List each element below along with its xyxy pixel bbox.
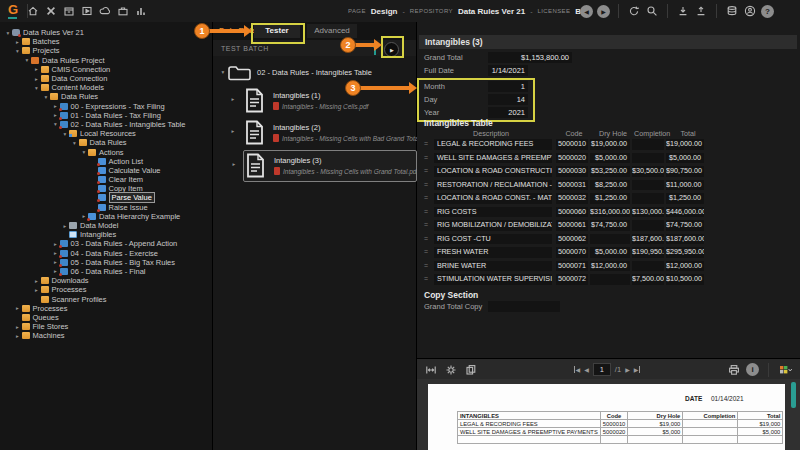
- cell-description[interactable]: BRINE WATER: [434, 261, 552, 272]
- tree-item-batches[interactable]: ▸Batches: [0, 37, 212, 46]
- tree-item-scanner-profiles[interactable]: Scanner Profiles: [0, 294, 212, 303]
- cloud-icon[interactable]: [98, 4, 112, 18]
- tree-item-06-data-rules-final[interactable]: ▸06 - Data Rules - Final: [0, 267, 212, 276]
- cell-code[interactable]: 5000031: [556, 180, 588, 191]
- cell-description[interactable]: FRESH WATER: [434, 247, 552, 258]
- cell-total[interactable]: $446,000.00: [666, 207, 704, 218]
- design-tools-icon[interactable]: [44, 4, 58, 18]
- cell-description[interactable]: RIG COST -CTU: [434, 234, 552, 245]
- row-handle-icon[interactable]: =: [422, 193, 430, 204]
- tree-item-data-rules-project[interactable]: ▾Data Rules Project: [0, 56, 212, 65]
- forward-icon[interactable]: ▶: [597, 5, 610, 18]
- tree-item-parse-value[interactable]: Parse Value: [0, 193, 212, 202]
- row-handle-icon[interactable]: =: [422, 166, 430, 177]
- tree-item-01-data-rules-tax-filing[interactable]: ▸01 - Data Rules - Tax Filing: [0, 111, 212, 120]
- upload-icon[interactable]: [694, 4, 708, 18]
- cell-code[interactable]: 5000060: [556, 207, 588, 218]
- expand-arrow-icon[interactable]: ▾: [219, 69, 227, 75]
- page-number-input[interactable]: 1: [593, 363, 611, 376]
- field-value[interactable]: 1: [488, 81, 528, 92]
- cell-total[interactable]: $12,000.00: [666, 261, 704, 272]
- tree-item-data-rules[interactable]: ▾Data Rules: [0, 92, 212, 101]
- tree-item-machines[interactable]: ▸Machines: [0, 331, 212, 340]
- cell-code[interactable]: 5000010: [556, 139, 588, 150]
- cell-total[interactable]: $187,600.00: [666, 234, 704, 245]
- tree-item-local-resources[interactable]: ▾Local Resources: [0, 129, 212, 138]
- field-value[interactable]: 1/14/2021: [488, 65, 528, 76]
- cell-code[interactable]: 5000071: [556, 261, 588, 272]
- cell-description[interactable]: STIMULATION WATER SUPERVISION: [434, 274, 552, 285]
- tree-item-processes[interactable]: ▸Processes: [0, 285, 212, 294]
- tree-item-05-data-rules-big-tax-rules[interactable]: ▸05 - Data Rules - Big Tax Rules: [0, 258, 212, 267]
- cell-dry-hole[interactable]: $8,250.00: [590, 180, 630, 191]
- expand-arrow-icon[interactable]: ▾: [14, 48, 22, 54]
- user-icon[interactable]: [743, 4, 757, 18]
- tree-item-cmis-connection[interactable]: ▸CMIS Connection: [0, 65, 212, 74]
- expand-arrow-icon[interactable]: ▸: [33, 66, 41, 72]
- cell-code[interactable]: 5000030: [556, 166, 588, 177]
- media-icon[interactable]: [80, 4, 94, 18]
- cell-total[interactable]: $1,250.00: [666, 193, 704, 204]
- info-icon[interactable]: i: [746, 363, 759, 376]
- home-icon[interactable]: [26, 4, 40, 18]
- tree-item-data-rules-ver-21[interactable]: ▾Data Rules Ver 21: [0, 28, 212, 37]
- expand-arrow-icon[interactable]: ▸: [33, 278, 41, 284]
- cell-description[interactable]: RIG MOBILIZATION / DEMOBILIZATION: [434, 220, 552, 231]
- document-page[interactable]: DATE 01/14/2021 INTANGIBLESCodeDry HoleC…: [428, 384, 785, 450]
- briefcase-icon[interactable]: [116, 4, 130, 18]
- row-handle-icon[interactable]: =: [422, 247, 430, 258]
- cell-total[interactable]: $90,750.00: [666, 166, 704, 177]
- cell-description[interactable]: LEGAL & RECORDING FEES: [434, 139, 552, 150]
- tree-item-calculate-value[interactable]: Calculate Value: [0, 166, 212, 175]
- cell-code[interactable]: 5000061: [556, 220, 588, 231]
- cell-completion[interactable]: [632, 193, 664, 204]
- cell-dry-hole[interactable]: $12,000.00: [590, 261, 630, 272]
- cell-completion[interactable]: [632, 153, 664, 164]
- tab-advanced[interactable]: Advanced: [307, 24, 357, 38]
- cell-completion[interactable]: $30,500.00: [632, 166, 664, 177]
- cell-total[interactable]: $295,950.00: [666, 247, 704, 258]
- viewer-scrollbar[interactable]: [791, 382, 796, 408]
- cell-dry-hole[interactable]: $19,000.00: [590, 139, 630, 150]
- cell-code[interactable]: 5000020: [556, 153, 588, 164]
- cell-completion[interactable]: $190,950.00: [632, 247, 664, 258]
- row-handle-icon[interactable]: =: [422, 207, 430, 218]
- tree-item-processes[interactable]: ▸Processes: [0, 304, 212, 313]
- database-icon[interactable]: [725, 4, 739, 18]
- cell-completion[interactable]: [632, 220, 664, 231]
- tree-item-00-expressions-tax-filing[interactable]: ▸00 - Expressions - Tax Filing: [0, 102, 212, 111]
- cell-code[interactable]: 5000072: [556, 274, 588, 285]
- expand-arrow-icon[interactable]: ▾: [71, 140, 79, 146]
- expand-arrow-icon[interactable]: ▾: [4, 30, 12, 36]
- row-handle-icon[interactable]: =: [422, 139, 430, 150]
- cell-total[interactable]: $74,750.00: [666, 220, 704, 231]
- row-handle-icon[interactable]: =: [422, 234, 430, 245]
- row-handle-icon[interactable]: =: [422, 180, 430, 191]
- pages-icon[interactable]: [464, 363, 478, 377]
- expand-arrow-icon[interactable]: ▸: [230, 161, 238, 167]
- row-handle-icon[interactable]: =: [422, 153, 430, 164]
- expand-arrow-icon[interactable]: ▸: [61, 223, 69, 229]
- tree-item-03-data-rules-append-action[interactable]: ▸03 - Data Rules - Append Action: [0, 239, 212, 248]
- field-value[interactable]: 2021: [488, 107, 528, 118]
- expand-arrow-icon[interactable]: ▾: [42, 94, 50, 100]
- copy-field-value[interactable]: [488, 301, 560, 312]
- tree-item-data-hierarchy-example[interactable]: ▸Data Hierarchy Example: [0, 212, 212, 221]
- tree-item-queues[interactable]: Queues: [0, 313, 212, 322]
- cell-code[interactable]: 5000062: [556, 234, 588, 245]
- expand-arrow-icon[interactable]: ▸: [229, 96, 237, 102]
- next-page-icon[interactable]: ▶: [625, 366, 630, 373]
- cell-total[interactable]: $11,000.00: [666, 180, 704, 191]
- tree-item-projects[interactable]: ▾Projects: [0, 46, 212, 55]
- back-icon[interactable]: ◀: [580, 5, 593, 18]
- tree-item-data-connection[interactable]: ▸Data Connection: [0, 74, 212, 83]
- tree-item-04-data-rules-exercise[interactable]: ▸04 - Data Rules - Exercise: [0, 249, 212, 258]
- tree-item-copy-item[interactable]: Copy Item: [0, 184, 212, 193]
- batch-doc-row[interactable]: ▸Intangibles (1)Intangibles - Missing Ce…: [243, 86, 415, 116]
- batch-doc-row[interactable]: ▸Intangibles (2)Intangibles - Missing Ce…: [243, 118, 415, 148]
- cell-description[interactable]: RESTORATION / RECLAIMATION - FINAL: [434, 180, 552, 191]
- cell-completion[interactable]: [632, 261, 664, 272]
- layout-icon[interactable]: [778, 363, 792, 377]
- expand-arrow-icon[interactable]: ▾: [80, 149, 88, 155]
- cell-dry-hole[interactable]: $74,750.00: [590, 220, 630, 231]
